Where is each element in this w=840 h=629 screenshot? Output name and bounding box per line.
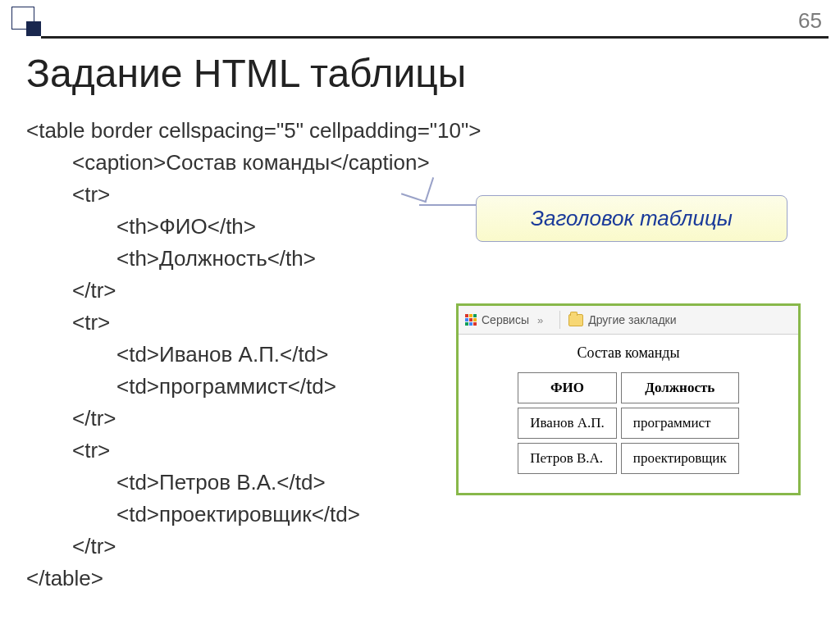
code-line: <td>Петров В.А.</td> — [26, 467, 481, 499]
callout-text: Заголовок таблицы — [531, 206, 733, 230]
table-cell: Петров В.А. — [518, 443, 617, 474]
page-number: 65 — [798, 8, 822, 34]
code-line: <th>ФИО</th> — [26, 211, 481, 243]
code-line: <td>проектировщик</td> — [26, 499, 481, 531]
table-row: ФИО Должность — [518, 372, 738, 403]
code-line: <td>Иванов А.П.</td> — [26, 339, 481, 371]
code-line: </table> — [26, 566, 103, 590]
code-line: <tr> — [26, 435, 481, 467]
code-line: </tr> — [26, 531, 481, 563]
table-cell: проектировщик — [621, 443, 739, 474]
chevron-right-icon[interactable]: » — [537, 314, 543, 326]
services-label[interactable]: Сервисы — [482, 313, 529, 326]
code-line: </tr> — [26, 403, 481, 435]
table-row: Петров В.А. проектировщик — [518, 443, 738, 474]
code-line: <tr> — [26, 307, 481, 339]
slide-title: Задание HTML таблицы — [26, 51, 466, 96]
table-row: Иванов А.П. программист — [518, 408, 738, 439]
decor-horizontal-rule — [41, 36, 829, 39]
browser-body: Состав команды ФИО Должность Иванов А.П.… — [459, 335, 798, 493]
table-header: ФИО — [518, 372, 617, 403]
callout-box: Заголовок таблицы — [476, 195, 788, 242]
code-line: <th>Должность</th> — [26, 243, 481, 275]
table-cell: Иванов А.П. — [518, 408, 617, 439]
table-header: Должность — [621, 372, 739, 403]
folder-icon[interactable] — [568, 314, 583, 326]
toolbar-divider — [559, 311, 560, 329]
code-line: <td>программист</td> — [26, 371, 481, 403]
code-line: <table border cellspacing="5" cellpaddin… — [26, 118, 481, 143]
decor-square-filled — [26, 21, 41, 36]
apps-grid-icon[interactable] — [465, 314, 477, 326]
code-line: </tr> — [26, 275, 481, 307]
bookmarks-label[interactable]: Другие закладки — [588, 313, 676, 326]
demo-table: ФИО Должность Иванов А.П. программист Пе… — [514, 368, 742, 478]
browser-toolbar: Сервисы » Другие закладки — [459, 306, 798, 335]
table-caption: Состав команды — [473, 344, 783, 362]
table-cell: программист — [621, 408, 739, 439]
browser-window: Сервисы » Другие закладки Состав команды… — [456, 303, 801, 495]
